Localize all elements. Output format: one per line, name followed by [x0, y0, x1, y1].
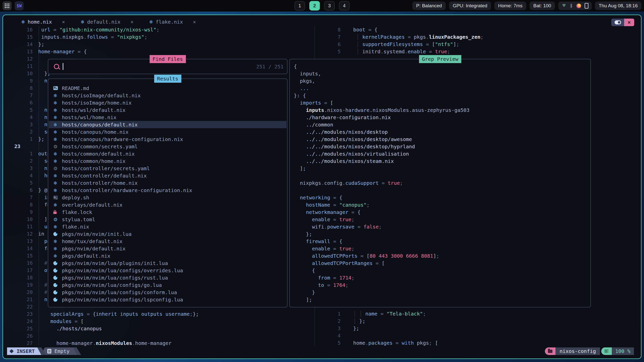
results-window: Results M↓README.md❄hosts/isoImage/defau…	[48, 78, 288, 307]
tab-label: default.nix	[87, 19, 120, 25]
preview-line: networkmanager = {	[290, 209, 590, 216]
window-close-button[interactable]: ×	[624, 19, 634, 26]
fullscreen-toggle-button[interactable]	[611, 19, 624, 26]
markdown-icon: M↓	[53, 86, 58, 90]
result-item[interactable]: pkgs/nvim/nvim/lua/configs/rust.lua	[49, 274, 287, 281]
result-label: pkgs/nvim/nvim/init.lua	[62, 231, 132, 237]
preview-line: ];	[290, 296, 590, 303]
tabs: ❄home.nix×❄default.nix×❄flake.nix×	[3, 19, 196, 25]
result-item[interactable]: ❄hosts/isoImage/home.nix	[49, 99, 287, 106]
tab-home.nix[interactable]: ❄home.nix×	[21, 19, 65, 25]
preview-line: ../../modules/nixos/virtualisation	[290, 150, 590, 158]
result-label: flake.lock	[62, 209, 92, 215]
nix-icon: ❄	[53, 253, 57, 259]
result-item[interactable]: pkgs/nvim/nvim/lua/configs/conform.lua	[49, 289, 287, 296]
lua-icon	[53, 276, 57, 280]
result-item[interactable]: ❄hosts/isoImage/default.nix	[49, 92, 287, 99]
preview-code: { inputs, pkgs, ...}: { imports = [ inpu…	[290, 63, 590, 303]
result-item[interactable]: ❄hosts/canopus/home.nix	[49, 128, 287, 135]
preview-line: hostName = "canopus";	[290, 201, 590, 209]
result-label: hosts/canopus/home.nix	[62, 129, 129, 135]
result-label: hosts/wsl/home.nix	[62, 114, 116, 120]
result-item[interactable]: ❄hosts/controller/home.nix	[49, 179, 287, 187]
status-module: Home: 7ms	[494, 2, 526, 10]
code-line: 5 │ initrd.systemd.enable = true;	[310, 48, 638, 55]
result-item[interactable]: ❄hosts/canopus/default.nix	[49, 121, 287, 128]
right-editor-pane-top: 8boot = {7 │ kernelPackages = pkgs.linux…	[310, 26, 638, 55]
result-item[interactable]: ❄hosts/canopus/hardware-configuration.ni…	[49, 135, 287, 143]
nix-icon: ❄	[53, 239, 57, 244]
workspace-button-3[interactable]: 3	[324, 1, 335, 11]
status-bar: $W 1234 P: BalancedGPU: IntegratedHome: …	[0, 0, 644, 12]
preview-line: }	[290, 289, 590, 296]
preview-line: ../../modules/nixos/desktop/awesome	[290, 136, 590, 143]
app-launcher-button[interactable]	[3, 1, 12, 10]
result-item[interactable]: ❄hosts/wsl/home.nix	[49, 114, 287, 121]
find-files-prompt[interactable]: Find Files 251 / 251	[48, 59, 288, 74]
tab-close-icon[interactable]: ×	[62, 19, 65, 25]
result-label: pkgs/nvim/nvim/lua/configs/rust.lua	[62, 275, 168, 281]
project-name: nixos-config	[555, 347, 600, 355]
result-item[interactable]: ❄pkgs/default.nix	[49, 252, 287, 259]
lua-icon	[53, 232, 57, 236]
tab-default.nix[interactable]: ❄default.nix×	[80, 19, 133, 25]
code-line: 27 home-manager.nixosModules.home-manage…	[3, 340, 314, 347]
nix-icon: ❄	[53, 224, 57, 230]
result-item[interactable]: >_deploy.sh	[49, 194, 287, 201]
result-item[interactable]: ❄flake.nix	[49, 223, 287, 230]
preview-line: allowedTCPPortRanges = [	[290, 260, 590, 267]
buffer-indicator: Empty	[41, 347, 77, 355]
bluetooth-icon[interactable]: ᛒ	[570, 4, 573, 8]
preview-line: ../common	[290, 121, 590, 128]
result-item[interactable]: ❄hosts/wsl/default.nix	[49, 106, 287, 114]
nix-icon: ❄	[53, 122, 57, 127]
result-label: flake.nix	[62, 224, 89, 230]
status-module: P: Balanced	[412, 2, 446, 10]
preview-line: ../../modules/nixos/desktop	[290, 128, 590, 136]
toggle-icon	[615, 20, 621, 24]
result-item[interactable]: ❄pkgs/nvim/default.nix	[49, 245, 287, 252]
result-item[interactable]: ❄hosts/common/home.nix	[49, 157, 287, 165]
preview-line: enable = true;	[290, 216, 590, 223]
preview-line: };	[290, 231, 590, 238]
clock: Thu Aug 08, 18:16	[595, 2, 641, 10]
result-item[interactable]: ⚙stylua.toml	[49, 216, 287, 223]
nix-icon: ❄	[53, 129, 57, 135]
network-icon[interactable]	[561, 4, 567, 8]
tab-close-icon[interactable]: ×	[193, 19, 196, 25]
lua-icon	[53, 298, 57, 302]
result-item[interactable]: ❄hosts/controller/default.nix	[49, 172, 287, 179]
gear-icon: ⚙	[53, 217, 58, 222]
phone-icon[interactable]	[585, 3, 588, 9]
result-item[interactable]: pkgs/nvim/nvim/lua/plugins/init.lua	[49, 259, 287, 267]
result-item[interactable]: pkgs/nvim/nvim/lua/configs/overrides.lua	[49, 267, 287, 274]
result-item[interactable]: pkgs/nvim/nvim/init.lua	[49, 230, 287, 238]
result-item[interactable]: M↓README.md	[49, 84, 287, 92]
tab-close-icon[interactable]: ×	[131, 19, 134, 25]
project-badge	[545, 347, 555, 355]
result-item[interactable]: flake.lock	[49, 208, 287, 216]
nix-icon: ❄	[53, 100, 57, 106]
nix-icon: ❄	[53, 188, 57, 193]
result-label: pkgs/default.nix	[62, 253, 110, 259]
result-item[interactable]: pkgs/nvim/nvim/lua/configs/lspconfig.lua	[49, 296, 287, 303]
result-item[interactable]: pkgs/nvim/nvim/lua/configs/go.lua	[49, 281, 287, 289]
tab-flake.nix[interactable]: ❄flake.nix×	[149, 19, 196, 25]
lua-icon	[53, 290, 57, 294]
result-item[interactable]: ❄hosts/controller/hardware-configuration…	[49, 187, 287, 194]
workspace-button-4[interactable]: 4	[339, 1, 350, 11]
result-item[interactable]: ⚙hosts/common/secrets.yaml	[49, 143, 287, 150]
status-module: Bat: 100	[530, 2, 555, 10]
workspace-button-1[interactable]: 1	[295, 1, 305, 11]
statusline: INSERT Empty nixos-config 100 %	[3, 347, 641, 355]
workspace-button-2[interactable]: 2	[309, 1, 320, 11]
nix-icon: ❄	[53, 93, 57, 98]
result-item[interactable]: ❄home/tux/default.nix	[49, 238, 287, 245]
status-modules: P: BalancedGPU: IntegratedHome: 7msBat: …	[412, 2, 555, 10]
preview-line: ../../modules/nixos/steam.nix	[290, 158, 590, 165]
result-item[interactable]: ❄hosts/common/default.nix	[49, 150, 287, 157]
result-item[interactable]: ⚙hosts/controller/secrets.yaml	[49, 165, 287, 172]
nix-icon: ❄	[53, 246, 57, 251]
browser-icon[interactable]	[576, 4, 581, 8]
result-item[interactable]: ❄overlays/default.nix	[49, 201, 287, 208]
